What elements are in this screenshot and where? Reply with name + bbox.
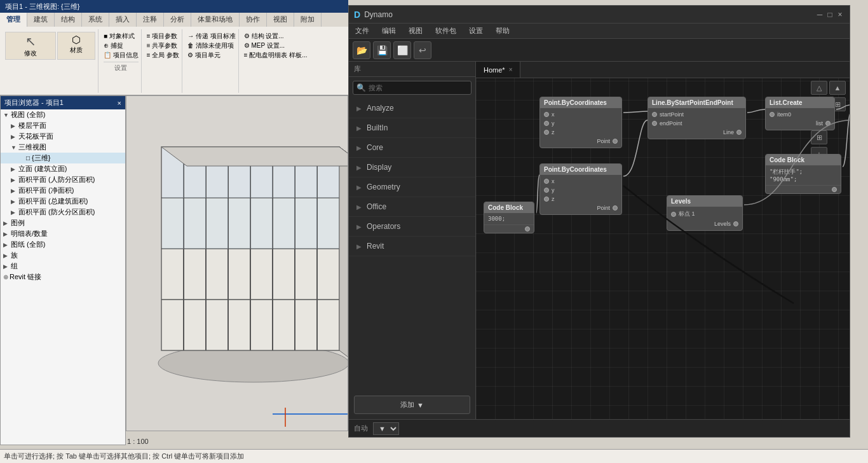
library-item-revit[interactable]: ▶ Revit: [349, 237, 475, 256]
tab-architecture[interactable]: 建筑: [27, 13, 55, 27]
library-item-operators[interactable]: ▶ Operators: [349, 217, 475, 237]
tree-item-families[interactable]: ▶ 族: [1, 250, 125, 261]
library-item-geometry[interactable]: ▶ Geometry: [349, 177, 475, 197]
wireframe-btn[interactable]: △: [811, 81, 827, 95]
tree-item-area1[interactable]: ▶ 面积平面 (人防分区面积): [1, 174, 125, 185]
tree-item-area2[interactable]: ▶ 面积平面 (净面积): [1, 185, 125, 196]
tree-item-area4[interactable]: ▶ 面积平面 (防火分区面积): [1, 207, 125, 218]
menu-help[interactable]: 帮助: [489, 24, 516, 38]
btn-global-params[interactable]: ≡ 全局 参数: [147, 51, 179, 60]
revit-links-label: Revit 链接: [10, 272, 123, 282]
svg-marker-31: [161, 147, 348, 166]
btn-project-info[interactable]: 📋 项目信息: [104, 51, 139, 60]
node-code-block-1[interactable]: Code Block "栏杆扶手";"900mm";: [765, 154, 841, 194]
tree-item-groups[interactable]: ▶ 组: [1, 261, 125, 272]
tab-systems[interactable]: 系统: [82, 13, 109, 27]
btn-mep-settings[interactable]: ⚙ MEP 设置...: [244, 41, 308, 50]
tab-view[interactable]: 视图: [267, 13, 294, 27]
zoom-fit-btn[interactable]: ⊞: [811, 130, 827, 144]
node-point-by-coords-2[interactable]: Point.ByCoordinates x y z Point: [539, 163, 622, 215]
viewport-svg: [126, 96, 348, 431]
port-dot-out: [825, 121, 831, 126]
port-y: y: [540, 119, 621, 128]
port-dot: [544, 188, 549, 193]
btn-transfer-standards[interactable]: → 传递 项目标准: [187, 32, 236, 41]
btn-panel-schedule[interactable]: ≡ 配电盘明细表 样板...: [244, 51, 308, 60]
svg-rect-27: [295, 198, 317, 249]
tab-annotate[interactable]: 注释: [137, 13, 164, 27]
dynamo-canvas[interactable]: Home* × △ ▲ ⊟ ⊞ 📷 ⊞ + − +: [476, 62, 850, 419]
library-item-office[interactable]: ▶ Office: [349, 197, 475, 217]
library-item-analyze[interactable]: ▶ Analyze: [349, 99, 475, 118]
item-label: Revit: [367, 242, 468, 251]
add-button[interactable]: 添加 ▼: [354, 396, 470, 414]
toolbar-undo-btn[interactable]: ↩: [414, 41, 431, 59]
library-item-builtin[interactable]: ▶ BuiltIn: [349, 118, 475, 138]
tab-massing[interactable]: 体量和场地: [191, 13, 240, 27]
node-body: item0 list: [766, 108, 834, 130]
port-dot: [652, 121, 657, 126]
tab-analyze[interactable]: 分析: [164, 13, 191, 27]
port-dot-out: [832, 187, 837, 192]
tree-item-schedule[interactable]: ▶ 明细表/数量: [1, 228, 125, 239]
svg-rect-28: [318, 198, 339, 249]
dynamo-minimize-btn[interactable]: ─: [815, 10, 824, 19]
menu-file[interactable]: 文件: [349, 24, 376, 38]
btn-project-params[interactable]: ≡ 项目参数: [147, 32, 179, 41]
node-point-by-coords-1[interactable]: Point.ByCoordinates x y z Point: [539, 97, 622, 148]
tree-item-legend[interactable]: ▶ 图例: [1, 218, 125, 228]
tree-item-floorplan[interactable]: ▶ 楼层平面: [1, 120, 125, 131]
tab-structure[interactable]: 结构: [55, 13, 82, 27]
btn-shared-params[interactable]: ≡ 共享参数: [147, 41, 179, 50]
node-list-create[interactable]: List.Create item0 list: [765, 97, 835, 130]
port-out-line: Line: [648, 128, 745, 137]
btn-snap[interactable]: ⊕ 捕捉: [104, 41, 139, 50]
tree-item-elevation[interactable]: ▶ 立面 (建筑立面): [1, 163, 125, 174]
viewport-3d[interactable]: [126, 95, 348, 431]
btn-modify[interactable]: ↖ 修改: [5, 32, 56, 60]
auto-select[interactable]: ▼: [373, 422, 399, 435]
library-item-core[interactable]: ▶ Core: [349, 138, 475, 158]
tree-item-views[interactable]: ▼ 视图 (全部): [1, 109, 125, 120]
tree-item-3d[interactable]: □ {三维}: [1, 153, 125, 163]
btn-object-style[interactable]: ■ 对象样式: [104, 32, 139, 41]
toolbar-new-btn[interactable]: ⬜: [393, 41, 411, 59]
tab-manage[interactable]: 管理: [0, 13, 27, 27]
library-item-display[interactable]: ▶ Display: [349, 158, 475, 177]
tab-insert[interactable]: 插入: [109, 13, 137, 27]
node-levels[interactable]: Levels 标点 1 Levels: [667, 195, 743, 231]
tab-addins[interactable]: 附加: [294, 13, 322, 27]
sheets-label: 图纸 (全部): [11, 240, 123, 249]
tree-item-area3[interactable]: ▶ 面积平面 (总建筑面积): [1, 196, 125, 207]
tree-item-3dviews[interactable]: ▼ 三维视图: [1, 142, 125, 153]
tab-collaborate[interactable]: 协作: [240, 13, 267, 27]
btn-project-settings[interactable]: ⚙ 项目单元: [187, 51, 236, 60]
elevation-label: 立面 (建筑立面): [18, 164, 123, 174]
menu-edit[interactable]: 编辑: [376, 24, 402, 38]
tree-item-ceiling[interactable]: ▶ 天花板平面: [1, 131, 125, 142]
shaded-btn[interactable]: ▲: [829, 81, 846, 95]
menu-packages[interactable]: 软件包: [429, 24, 463, 38]
canvas-tab-close-btn[interactable]: ×: [509, 66, 513, 73]
3d-icon: □: [26, 155, 30, 162]
tree-item-sheets[interactable]: ▶ 图纸 (全部): [1, 239, 125, 250]
canvas-tab-home[interactable]: Home* ×: [476, 62, 520, 78]
menu-settings[interactable]: 设置: [463, 24, 489, 38]
btn-purge[interactable]: 🗑 清除未使用项: [187, 41, 236, 50]
node-code-block-2[interactable]: Code Block 3000;: [484, 202, 534, 233]
menu-view[interactable]: 视图: [402, 24, 429, 38]
search-input[interactable]: [353, 81, 471, 95]
status-bar: 单击可进行选择; 按 Tab 键单击可选择其他项目; 按 Ctrl 键单击可将新…: [0, 449, 868, 463]
btn-structure-settings[interactable]: ⚙ 结构 设置...: [244, 32, 308, 41]
btn-material[interactable]: ⬡ 材质: [57, 32, 95, 60]
toolbar-open-btn[interactable]: 📂: [353, 41, 370, 59]
project-browser-close[interactable]: ×: [118, 99, 121, 107]
toolbar-save-btn[interactable]: 💾: [373, 41, 391, 59]
node-line-by-points[interactable]: Line.ByStartPointEndPoint startPoint end…: [648, 97, 746, 139]
dynamo-close-btn[interactable]: ×: [836, 10, 844, 19]
arrow-icon: ▶: [356, 105, 362, 112]
dynamo-maximize-btn[interactable]: □: [825, 10, 834, 19]
port-endpoint: endPoint: [648, 119, 745, 128]
tree-item-revit-links[interactable]: ⊕ Revit 链接: [1, 272, 125, 282]
toggle-floorplan: ▶: [11, 123, 18, 129]
